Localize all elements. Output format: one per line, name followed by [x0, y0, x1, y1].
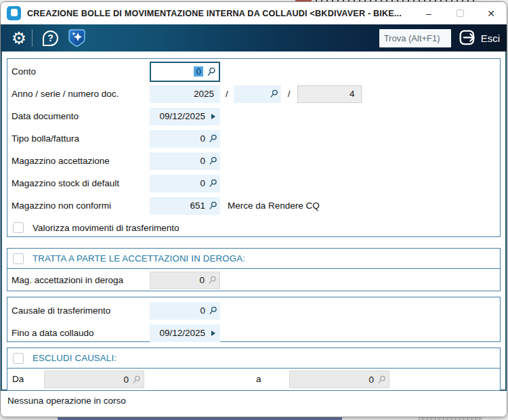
minimize-button[interactable]: – [413, 2, 444, 24]
ai-assistant-button[interactable] [68, 28, 86, 47]
deroga-header-label: TRATTA A PARTE LE ACCETTAZIONI IN DEROGA… [33, 253, 245, 264]
status-text: Nessuna operazione in corso [7, 396, 126, 406]
exit-label: Esci [481, 33, 500, 44]
form-row-magazzino-accettazione: Magazzino accettazione 0 [7, 150, 500, 172]
anno-input[interactable]: 2025 [150, 85, 220, 103]
conto-input[interactable]: 0 [150, 62, 220, 82]
escludi-checkbox[interactable] [13, 353, 24, 364]
a-input: 0 [289, 371, 389, 388]
section-deroga: TRATTA A PARTE LE ACCETTAZIONI IN DEROGA… [7, 248, 501, 291]
close-button[interactable]: ✕ [475, 2, 507, 24]
da-label: Da [12, 374, 24, 384]
ai-sparkle-shield-icon [68, 28, 86, 47]
mag-deroga-input: 0 [150, 272, 220, 289]
da-input: 0 [44, 371, 144, 388]
search-icon [132, 375, 141, 384]
magazzino-non-conformi-label: Magazzino non conformi [12, 201, 150, 211]
form-row-tipo-bolla: Tipo bolla/fattura 0 [7, 127, 500, 150]
magazzino-stock-label: Magazzino stock di default [12, 178, 150, 188]
fino-data-label: Fino a data collaudo [12, 328, 150, 338]
valorizza-checkbox-label: Valorizza movimenti di trasferimento [33, 223, 179, 233]
section-documento: Conto 0 Anno / serie / numero doc. 2025 … [7, 58, 501, 237]
section-causale: Causale di trasferimento 0 Fino a data c… [7, 297, 501, 342]
toolbar-separator [32, 29, 33, 47]
search-icon[interactable] [270, 89, 278, 98]
help-icon: ? [43, 30, 58, 46]
calendar-arrow-icon[interactable] [211, 114, 215, 119]
form-row-magazzino-non-conformi: Magazzino non conformi 651 Merce da Rend… [7, 194, 500, 217]
magazzino-non-conformi-input[interactable]: 651 [150, 197, 220, 215]
magazzino-accettazione-input[interactable]: 0 [150, 152, 220, 170]
search-icon[interactable] [209, 156, 217, 165]
title-bar: CREAZIONE BOLLE DI MOVIMENTAZIONE INTERN… [1, 2, 507, 24]
form-row-conto: Conto 0 [7, 60, 500, 83]
escludi-header-label: ESCLUDI CAUSALI: [33, 353, 117, 363]
data-documento-input[interactable]: 09/12/2025 [150, 108, 220, 125]
conto-value-selected: 0 [194, 66, 203, 77]
form-area: Conto 0 Anno / serie / numero doc. 2025 … [1, 51, 507, 391]
a-label: a [256, 374, 261, 384]
maximize-icon [457, 9, 464, 17]
separator-slash: / [226, 89, 228, 99]
deroga-section-header: TRATTA A PARTE LE ACCETTAZIONI IN DEROGA… [7, 249, 500, 269]
form-row-fino-data: Fino a data collaudo 09/12/2025 [7, 322, 500, 344]
search-icon[interactable] [209, 201, 217, 210]
find-input[interactable] [379, 29, 451, 47]
form-row-data-documento: Data documento 09/12/2025 [7, 105, 500, 127]
tipo-bolla-input[interactable]: 0 [150, 130, 220, 148]
serie-input[interactable] [234, 85, 281, 103]
section-escludi-causali: ESCLUDI CAUSALI: Da 0 a 0 [7, 348, 501, 391]
separator-slash: / [288, 89, 291, 99]
escludi-range-row: Da 0 a 0 [7, 369, 500, 391]
magazzino-stock-input[interactable]: 0 [150, 175, 220, 192]
toolbar: ⚙ ? [1, 24, 507, 51]
app-logo-icon [7, 6, 21, 20]
tipo-bolla-label: Tipo bolla/fattura [12, 133, 150, 144]
search-icon [208, 276, 217, 285]
conto-label: Conto [12, 66, 150, 77]
exit-icon [459, 30, 476, 47]
numero-doc-input: 4 [297, 85, 362, 103]
magazzino-accettazione-label: Magazzino accettazione [12, 156, 150, 166]
data-documento-label: Data documento [12, 111, 150, 121]
search-icon[interactable] [207, 67, 216, 77]
valorizza-checkbox[interactable] [13, 222, 24, 233]
search-icon[interactable] [209, 306, 217, 315]
close-icon: ✕ [487, 8, 495, 19]
causale-label: Causale di trasferimento [12, 306, 150, 316]
mag-deroga-label: Mag. accettazioni in deroga [12, 275, 150, 285]
magazzino-non-conformi-description: Merce da Rendere CQ [228, 201, 320, 211]
settings-gear-icon[interactable]: ⚙ [7, 30, 30, 47]
window-title: CREAZIONE BOLLE DI MOVIMENTAZIONE INTERN… [27, 9, 413, 18]
form-row-causale: Causale di trasferimento 0 [7, 299, 500, 322]
maximize-button[interactable] [444, 2, 475, 24]
creazione-bolle-dialog: CREAZIONE BOLLE DI MOVIMENTAZIONE INTERN… [0, 1, 507, 417]
anno-serie-numero-label: Anno / serie / numero doc. [12, 89, 150, 99]
form-row-anno-serie-numero: Anno / serie / numero doc. 2025 / / 4 [7, 83, 500, 105]
underlying-window-ruler-sliver [419, 417, 482, 420]
underlying-window-bottom-bar [58, 417, 342, 420]
form-row-magazzino-stock: Magazzino stock di default 0 [7, 172, 500, 194]
causale-input[interactable]: 0 [150, 302, 220, 320]
search-icon [377, 375, 386, 384]
form-row-mag-deroga: Mag. accettazioni in deroga 0 [7, 269, 500, 291]
exit-button[interactable]: Esci [459, 30, 500, 47]
deroga-checkbox[interactable] [13, 253, 24, 264]
help-button[interactable]: ? [38, 30, 63, 46]
valorizza-checkbox-row: Valorizza movimenti di trasferimento [7, 219, 500, 236]
escludi-section-header: ESCLUDI CAUSALI: [7, 348, 500, 369]
calendar-arrow-icon[interactable] [211, 331, 215, 336]
search-icon[interactable] [209, 179, 217, 188]
minimize-icon: – [426, 8, 431, 19]
search-icon[interactable] [209, 134, 217, 143]
fino-data-input[interactable]: 09/12/2025 [150, 324, 220, 342]
status-bar: Nessuna operazione in corso [1, 391, 507, 417]
